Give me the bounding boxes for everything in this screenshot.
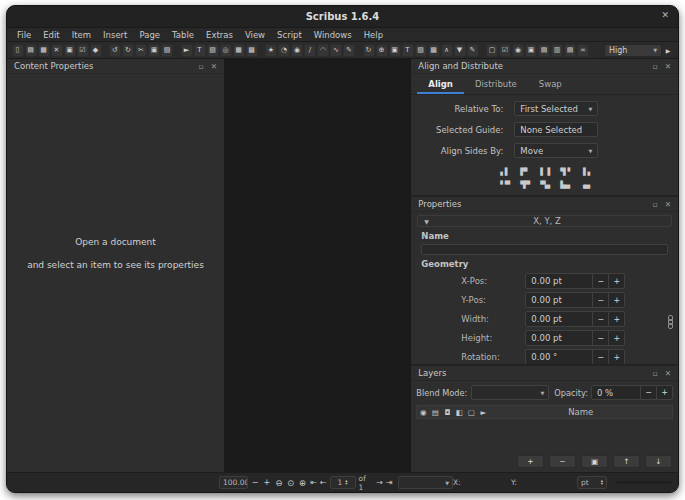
spin-minus-button[interactable]: − [592, 312, 608, 326]
select-item-icon[interactable]: ► [181, 44, 193, 57]
spin-plus-button[interactable]: + [608, 312, 624, 326]
align-top-out-button[interactable]: ▘▀ [495, 178, 515, 191]
insert-text-frame-icon[interactable]: T [194, 44, 206, 57]
insert-line-icon[interactable]: ∕ [304, 44, 316, 57]
align-left-out-button[interactable]: ▖▌ [495, 165, 515, 178]
field-spinbox[interactable]: 0.00 pt − + [525, 292, 625, 308]
close-panel-icon[interactable]: ✕ [665, 62, 671, 71]
field-spinbox[interactable]: 0.00 ° − + [525, 349, 625, 364]
preview-quality-select[interactable]: High ▼ [604, 44, 662, 57]
align-right-button[interactable]: ▜▝ [555, 165, 575, 178]
lower-layer-button[interactable]: ↓ [645, 455, 672, 468]
insert-image-frame-icon[interactable]: ▨ [207, 44, 219, 57]
spin-minus-button[interactable]: − [592, 274, 608, 288]
unlink-text-frames-icon[interactable]: ▩ [428, 44, 440, 57]
last-page-icon[interactable]: ⇥ [386, 478, 393, 487]
relative-to-select[interactable]: First Selected ▼ [514, 101, 598, 116]
align-right-out-button[interactable]: ▐▗ [575, 165, 595, 178]
menu-insert[interactable]: Insert [97, 30, 133, 40]
remove-layer-button[interactable]: − [549, 455, 576, 468]
menu-table[interactable]: Table [166, 30, 200, 40]
menu-help[interactable]: Help [358, 30, 389, 40]
measurements-icon[interactable]: ∧ [441, 44, 453, 57]
spin-plus-button[interactable]: + [608, 331, 624, 345]
float-panel-icon[interactable]: ▫ [653, 369, 658, 378]
tab-align[interactable]: Align [417, 76, 464, 94]
insert-spiral-icon[interactable]: ◉ [291, 44, 303, 57]
new-document-icon[interactable]: ▯ [12, 44, 24, 57]
current-layer-select[interactable]: ▼ [398, 476, 453, 489]
float-panel-icon[interactable]: ▫ [653, 62, 658, 71]
edit-text-icon[interactable]: T [402, 44, 414, 57]
zoom-out-icon[interactable]: ⊖ [274, 476, 284, 489]
insert-table-icon[interactable]: ▦ [233, 44, 245, 57]
pdf-check-box-icon[interactable]: ▣ [525, 44, 537, 57]
unit-select[interactable]: pt ▴▾ [577, 476, 607, 489]
spinner-arrows-icon[interactable]: ▴▾ [345, 480, 347, 485]
tab-distribute[interactable]: Distribute [464, 76, 528, 94]
eye-dropper-icon[interactable]: ✎ [467, 44, 479, 57]
float-panel-icon[interactable]: ▫ [199, 62, 204, 71]
link-width-height-icon[interactable] [668, 317, 673, 329]
opacity-spinbox[interactable]: 0 % − + [591, 385, 673, 400]
add-layer-button[interactable]: + [517, 455, 544, 468]
open-document-icon[interactable]: ▤ [25, 44, 37, 57]
tab-swap[interactable]: Swap [528, 76, 573, 94]
menu-windows[interactable]: Windows [308, 30, 358, 40]
preflight-verifier-icon[interactable]: ☑ [77, 44, 89, 57]
spin-plus-button[interactable]: + [608, 274, 624, 288]
pdf-combo-box-icon[interactable]: ▤ [538, 44, 550, 57]
link-annotation-icon[interactable]: ∞ [577, 44, 589, 57]
spin-minus-button[interactable]: − [592, 350, 608, 364]
first-page-icon[interactable]: ⇤ [310, 478, 317, 487]
insert-freehand-line-icon[interactable]: ∿ [330, 44, 342, 57]
menu-script[interactable]: Script [271, 30, 308, 40]
window-close-icon[interactable]: ✕ [661, 10, 669, 20]
insert-render-frame-icon[interactable]: ◎ [220, 44, 232, 57]
insert-shape-icon[interactable]: ▩ [246, 44, 258, 57]
copy-item-properties-icon[interactable]: ▼ [454, 44, 466, 57]
align-center-vertical-button[interactable]: ▌▐ [535, 165, 555, 178]
duplicate-layer-button[interactable]: ▣ [581, 455, 608, 468]
edit-contents-icon[interactable]: ▣ [389, 44, 401, 57]
zoom-default-icon[interactable]: ⊙ [286, 476, 296, 489]
zoom-in-icon[interactable]: ⊕ [297, 476, 307, 489]
selected-guide-field[interactable]: None Selected [514, 122, 598, 137]
insert-polygon-icon[interactable]: ★ [265, 44, 277, 57]
zoom-level-field[interactable]: 100.00 % [219, 476, 248, 489]
field-spinbox[interactable]: 0.00 pt − + [525, 273, 625, 289]
pdf-list-box-icon[interactable]: ▥ [551, 44, 563, 57]
raise-layer-button[interactable]: ↑ [613, 455, 640, 468]
spin-plus-button[interactable]: + [608, 293, 624, 307]
float-panel-icon[interactable]: ▫ [653, 200, 658, 209]
menu-page[interactable]: Page [133, 30, 166, 40]
close-panel-icon[interactable]: ✕ [665, 200, 671, 209]
insert-bezier-curve-icon[interactable]: ◠ [317, 44, 329, 57]
zoom-minus-button[interactable]: − [250, 476, 260, 489]
insert-arc-icon[interactable]: ◔ [278, 44, 290, 57]
menu-edit[interactable]: Edit [37, 30, 65, 40]
spin-minus-button[interactable]: − [592, 293, 608, 307]
print-icon[interactable]: ▣ [64, 44, 76, 57]
zoom-icon[interactable]: ⊕ [376, 44, 388, 57]
pdf-radio-button-icon[interactable]: ☑ [499, 44, 511, 57]
cut-icon[interactable]: ✂ [135, 44, 147, 57]
menu-file[interactable]: File [11, 30, 37, 40]
close-document-icon[interactable]: ✕ [51, 44, 63, 57]
undo-icon[interactable]: ↺ [109, 44, 121, 57]
xyz-section-toggle[interactable]: ▼ X, Y, Z [417, 215, 672, 227]
align-bottom-out-button[interactable]: ▗▄ [575, 178, 595, 191]
close-panel-icon[interactable]: ✕ [665, 369, 671, 378]
close-panel-icon[interactable]: ✕ [211, 62, 217, 71]
pdf-push-button-icon[interactable]: ▢ [486, 44, 498, 57]
spin-plus-button[interactable]: + [656, 386, 672, 399]
save-as-pdf-icon[interactable]: ◆ [90, 44, 102, 57]
redo-icon[interactable]: ↻ [122, 44, 134, 57]
align-top-button[interactable]: ▜▀ [515, 178, 535, 191]
rotate-item-icon[interactable]: ↻ [363, 44, 375, 57]
text-annotation-icon[interactable]: ▤ [564, 44, 576, 57]
zoom-plus-button[interactable]: + [262, 476, 272, 489]
align-left-button[interactable]: ▛▘ [515, 165, 535, 178]
blend-mode-select[interactable]: ▼ [471, 385, 549, 400]
field-spinbox[interactable]: 0.00 pt − + [525, 330, 625, 346]
